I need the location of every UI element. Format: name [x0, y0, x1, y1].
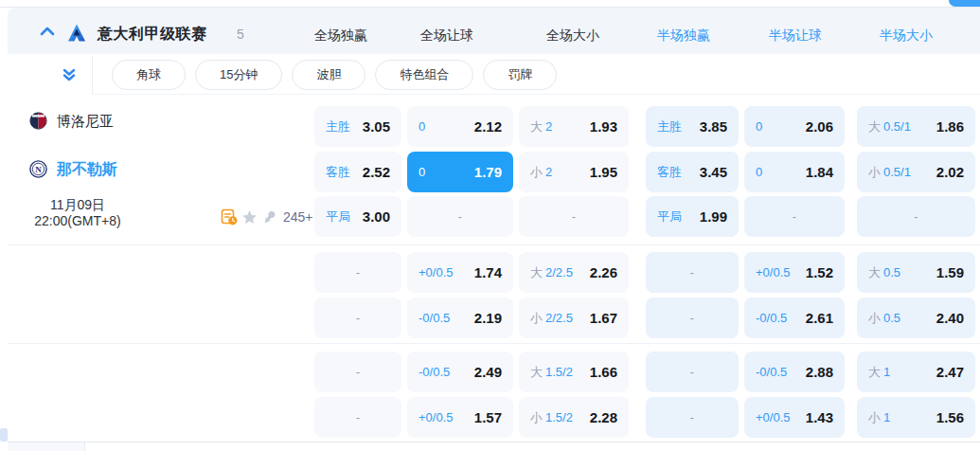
- empty-odds-dash: -: [356, 311, 360, 325]
- odds-label: 0: [756, 165, 762, 179]
- collapse-section-button[interactable]: [33, 21, 62, 42]
- odds-value: 2.52: [363, 164, 390, 180]
- odds-cell[interactable]: 主胜3.85: [646, 106, 739, 147]
- odds-cell[interactable]: 01.84: [744, 152, 845, 192]
- market-tab[interactable]: 半场让球: [769, 27, 822, 45]
- odds-label: 主胜: [326, 118, 350, 135]
- odds-value: 1.67: [590, 310, 617, 326]
- market-tab[interactable]: 半场独赢: [657, 27, 710, 45]
- odds-cell[interactable]: -0/0.52.88: [744, 352, 845, 392]
- overflow-button-partial[interactable]: [949, 0, 980, 7]
- market-tab[interactable]: 半场大小: [880, 27, 933, 45]
- odds-label-prefix: 小: [868, 311, 881, 325]
- empty-odds-dash: -: [793, 209, 796, 224]
- match-stats-icon[interactable]: [221, 208, 238, 226]
- match-date: 11月09日: [15, 197, 140, 213]
- odds-cell[interactable]: 小0.5/12.02: [857, 152, 975, 192]
- block-divider: [8, 244, 980, 245]
- market-tab[interactable]: 全场让球: [420, 27, 473, 45]
- odds-value: 1.66: [590, 364, 617, 380]
- odds-value: 3.00: [363, 208, 390, 225]
- odds-cell[interactable]: 小11.56: [857, 397, 975, 438]
- odds-label-prefix: 小: [530, 410, 543, 424]
- filter-pill[interactable]: 波胆: [292, 60, 365, 90]
- odds-cell[interactable]: 客胜3.45: [646, 152, 739, 192]
- odds-label: 小2: [530, 164, 552, 181]
- filter-pill[interactable]: 特色组合: [375, 60, 473, 90]
- odds-cell[interactable]: +0/0.51.52: [744, 252, 845, 293]
- odds-value: 1.74: [474, 264, 502, 280]
- odds-cell[interactable]: -0/0.52.49: [407, 352, 513, 392]
- expand-all-button[interactable]: [57, 63, 81, 86]
- odds-cell[interactable]: 大1.5/21.66: [519, 352, 629, 392]
- odds-cell[interactable]: 小2/2.51.67: [519, 298, 629, 338]
- odds-cell[interactable]: 客胜2.52: [314, 152, 401, 192]
- odds-label: +0/0.5: [419, 410, 454, 424]
- odds-value: 2.61: [806, 310, 833, 326]
- odds-cell[interactable]: 大0.51.59: [857, 252, 975, 293]
- odds-cell-empty: -: [744, 196, 845, 237]
- scrollbar-thumb[interactable]: [0, 428, 8, 442]
- filter-bottom-border: [92, 94, 980, 95]
- odds-label: 大1.5/2: [530, 364, 573, 381]
- odds-cell[interactable]: 大12.47: [857, 352, 975, 392]
- odds-cell[interactable]: -0/0.52.19: [407, 298, 513, 338]
- odds-cell-empty: -: [407, 196, 513, 237]
- odds-cell[interactable]: 小0.52.40: [857, 298, 975, 338]
- match-datetime: 11月09日 22:00(GMT+8): [15, 197, 140, 229]
- odds-cell[interactable]: 平局3.00: [314, 196, 401, 237]
- star-icon[interactable]: [241, 209, 258, 226]
- empty-odds-dash: -: [356, 265, 360, 280]
- empty-odds-dash: -: [458, 209, 462, 224]
- odds-cell-empty: -: [857, 196, 975, 237]
- odds-cell[interactable]: +0/0.51.43: [744, 397, 845, 438]
- filter-pill[interactable]: 15分钟: [195, 60, 282, 90]
- odds-cell[interactable]: 小21.95: [519, 152, 629, 192]
- odds-cell[interactable]: 01.79: [407, 152, 513, 192]
- odds-cell[interactable]: -0/0.52.61: [744, 298, 845, 338]
- odds-cell[interactable]: 大0.5/11.86: [857, 106, 975, 147]
- filter-pill[interactable]: 角球: [112, 60, 186, 90]
- odds-cell[interactable]: 主胜3.05: [314, 106, 401, 147]
- odds-cell[interactable]: 平局1.99: [646, 196, 739, 237]
- odds-value: 2.40: [936, 310, 964, 326]
- odds-cell-empty: -: [646, 397, 739, 438]
- extra-markets-count[interactable]: 245+: [283, 209, 313, 225]
- odds-cell[interactable]: 小1.5/22.28: [519, 397, 629, 438]
- odds-label: 大2/2.5: [530, 264, 573, 281]
- odds-cell[interactable]: 02.06: [744, 106, 845, 147]
- odds-value: 1.84: [806, 164, 833, 180]
- match-time: 22:00(GMT+8): [15, 213, 140, 229]
- empty-odds-dash: -: [690, 265, 694, 280]
- odds-value: 2.02: [936, 164, 964, 180]
- odds-label: 0: [419, 165, 425, 179]
- filter-pill[interactable]: 罚牌: [483, 60, 557, 90]
- odds-value: 1.43: [806, 409, 833, 425]
- pin-icon[interactable]: [258, 206, 281, 228]
- odds-cell[interactable]: 大21.93: [519, 106, 629, 147]
- odds-cell[interactable]: +0/0.51.57: [407, 397, 513, 438]
- odds-cell[interactable]: 02.12: [407, 106, 513, 147]
- league-header: 意大利甲级联赛 5 全场独赢全场让球全场大小半场独赢半场让球半场大小: [8, 8, 980, 54]
- odds-value: 2.26: [590, 264, 617, 280]
- market-tab[interactable]: 全场独赢: [314, 27, 367, 45]
- odds-cell[interactable]: 大2/2.52.26: [519, 252, 629, 293]
- odds-value: 1.57: [474, 409, 502, 425]
- serie-a-logo-icon: [66, 23, 87, 44]
- empty-odds-dash: -: [690, 311, 694, 325]
- odds-value: 2.47: [936, 364, 964, 380]
- odds-value: 3.85: [700, 118, 727, 135]
- odds-label-prefix: 小: [868, 410, 881, 424]
- odds-label: -0/0.5: [756, 311, 787, 325]
- odds-label-prefix: 小: [530, 165, 543, 179]
- odds-cell-empty: -: [314, 352, 401, 392]
- odds-cell[interactable]: +0/0.51.74: [407, 252, 513, 293]
- empty-odds-dash: -: [356, 410, 360, 424]
- odds-label: 客胜: [326, 164, 350, 181]
- odds-label: 0: [756, 119, 762, 134]
- empty-odds-dash: -: [690, 365, 694, 379]
- home-team-name: 博洛尼亚: [57, 113, 114, 131]
- market-tab[interactable]: 全场大小: [546, 27, 599, 45]
- empty-odds-dash: -: [572, 209, 576, 224]
- league-match-count: 5: [237, 27, 244, 42]
